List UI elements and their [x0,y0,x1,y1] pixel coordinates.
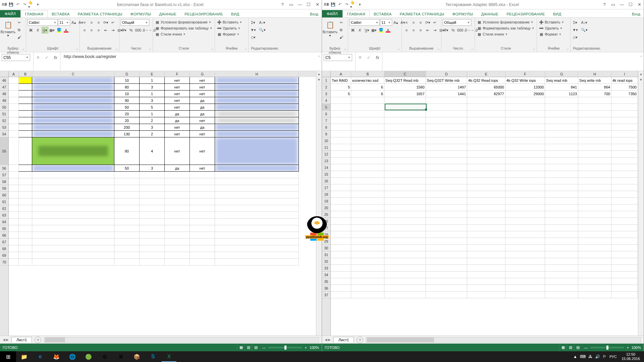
cell[interactable] [9,77,19,84]
cell[interactable] [611,251,638,258]
cell[interactable]: 82977 [467,90,505,97]
cell[interactable] [331,245,351,251]
col-header[interactable]: D [114,71,140,77]
cell[interactable] [611,225,638,231]
taskbar-skype[interactable]: S [145,351,161,362]
cell[interactable] [384,251,426,258]
cell[interactable] [578,251,611,258]
cell[interactable]: 6 [351,84,384,90]
cell[interactable] [19,172,32,178]
cell[interactable] [467,285,505,292]
tray-network-icon[interactable]: 🖧 [588,354,592,359]
row-header[interactable]: 69 [0,252,8,259]
cell[interactable] [331,218,351,225]
cell[interactable] [384,171,426,178]
cell[interactable] [331,211,351,218]
cell[interactable] [467,272,505,278]
cut-icon[interactable]: ✂ [16,19,22,26]
cell[interactable] [9,124,19,131]
row-header[interactable]: 50 [0,104,8,111]
view-normal-icon[interactable]: ▦ [237,344,245,351]
cell[interactable] [32,117,114,124]
formula-input[interactable]: http://www.book.ua/register⌄ [60,52,322,71]
cell[interactable]: нет [165,124,190,131]
cell[interactable] [611,204,638,211]
cell[interactable] [190,225,215,232]
find-select-icon[interactable]: 🔍▾ [258,26,267,33]
cell[interactable] [384,198,426,204]
tray-show-hidden-icon[interactable]: ▲ [573,354,577,359]
close-icon[interactable]: ✕ [635,0,644,9]
paste-button[interactable]: 📋Вставить▼ [323,19,337,38]
cell[interactable] [467,218,505,225]
cell[interactable] [426,245,468,251]
col-header[interactable]: C [384,71,426,77]
taskbar-app3[interactable]: 📦 [129,351,145,362]
cell[interactable] [351,124,384,131]
taskbar-ie[interactable]: e [32,351,48,362]
row-header[interactable]: 13 [322,158,330,164]
cell[interactable] [32,245,114,252]
row-header[interactable]: 60 [0,192,8,198]
indent-dec-icon[interactable]: ⇤ [424,27,431,34]
cell[interactable]: Seq-Q32T Write mb [426,77,468,84]
cell[interactable] [351,272,384,278]
col-header[interactable]: A [9,71,19,77]
row-header[interactable]: 4 [322,97,330,104]
cell[interactable] [505,265,545,272]
cell[interactable] [545,178,578,184]
cell[interactable]: 1 [140,111,165,117]
cell[interactable] [611,171,638,178]
cell[interactable] [19,259,32,265]
start-button[interactable]: ⊞ [0,351,16,362]
row-header[interactable]: 8 [322,124,330,131]
fb-enter-icon[interactable]: ✓ [365,54,373,61]
cell[interactable]: Seq read mb [545,77,578,84]
cell[interactable] [611,144,638,151]
cell[interactable] [467,191,505,198]
cell[interactable]: нет [165,84,190,90]
cell[interactable] [9,131,19,137]
cell[interactable] [19,117,32,124]
percent-icon[interactable]: % [128,27,135,34]
cell[interactable] [384,137,426,144]
cell[interactable] [331,292,351,298]
scrollbar-horizontal[interactable] [366,337,641,343]
zoom-in-icon[interactable]: + [627,346,629,350]
number-format-combo[interactable]: Общий▼ [443,19,471,26]
cell[interactable] [19,111,32,117]
cell[interactable] [9,97,19,104]
cell[interactable] [545,144,578,151]
help-icon[interactable]: ? [278,0,287,9]
cell[interactable] [384,184,426,191]
cell[interactable] [140,252,165,259]
row-header[interactable]: 10 [322,137,330,144]
cell[interactable] [215,124,299,131]
cell[interactable] [578,258,611,265]
cell[interactable]: Seq write mb [578,77,611,84]
cell[interactable] [467,144,505,151]
tray-volume-icon[interactable]: 🔊 [595,354,600,359]
cell[interactable] [505,124,545,131]
cell[interactable] [32,239,114,245]
cell[interactable] [331,104,351,111]
cell[interactable] [426,104,468,111]
cell[interactable] [215,239,299,245]
cell[interactable] [114,178,140,185]
zoom-level[interactable]: 100% [310,346,319,350]
cell[interactable] [140,219,165,225]
row-header[interactable]: 63 [0,212,8,219]
tab-data[interactable]: ДАННЫЕ [477,11,502,17]
cell[interactable] [384,245,426,251]
cell[interactable] [190,239,215,245]
cell[interactable]: 10 [114,90,140,97]
cell[interactable] [165,205,190,212]
cell[interactable] [9,225,19,232]
paste-button[interactable]: 📋Вставить▼ [1,19,15,38]
cell[interactable] [19,192,32,198]
format-painter-icon[interactable]: 🖌 [16,34,22,41]
col-header[interactable]: H [578,71,611,77]
formula-input[interactable]: ⌄ [382,52,644,71]
cell[interactable] [467,258,505,265]
cell[interactable] [165,212,190,219]
